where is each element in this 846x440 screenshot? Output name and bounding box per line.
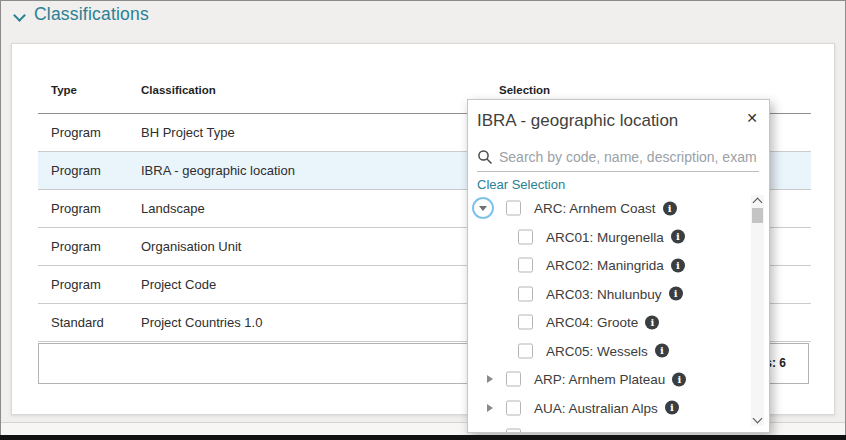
- column-header-selection: Selection: [499, 84, 550, 96]
- column-header-type: Type: [51, 84, 77, 96]
- checkbox-partial[interactable]: [506, 429, 521, 433]
- tree-item-arc01[interactable]: ARC01: Murgenellai: [468, 223, 747, 252]
- checkbox-arc01[interactable]: [518, 229, 533, 244]
- cell-classification: BH Project Type: [141, 114, 235, 151]
- cell-type: Program: [51, 266, 101, 303]
- column-header-classification: Classification: [141, 84, 216, 96]
- info-icon[interactable]: i: [665, 401, 679, 415]
- checkbox-arc03[interactable]: [518, 286, 533, 301]
- tree-item-label: ARC03: Nhulunbuy: [546, 286, 662, 301]
- cell-type: Program: [51, 114, 101, 151]
- info-icon[interactable]: i: [671, 258, 685, 272]
- checkbox-arp[interactable]: [506, 372, 521, 387]
- tree-item-arc02[interactable]: ARC02: Maningridai: [468, 251, 747, 280]
- scrollbar[interactable]: [751, 195, 764, 426]
- info-icon[interactable]: i: [672, 372, 686, 386]
- ibra-selection-popup: IBRA - geographic location ✕ Clear Selec…: [467, 99, 770, 433]
- scrollbar-thumb[interactable]: [752, 208, 763, 223]
- search-input[interactable]: [499, 147, 757, 167]
- cell-type: Standard: [51, 304, 104, 341]
- checkbox-arc04[interactable]: [518, 315, 533, 330]
- info-icon[interactable]: i: [669, 287, 683, 301]
- section-header: Classifications: [0, 0, 846, 34]
- cell-type: Program: [51, 190, 101, 227]
- tree-item-aua[interactable]: AUA: Australian Alpsi: [468, 394, 747, 423]
- tree-item-arc[interactable]: ARC: Arnhem Coasti: [468, 194, 747, 223]
- info-icon[interactable]: i: [645, 315, 659, 329]
- info-icon[interactable]: i: [663, 201, 677, 215]
- classifications-screen: Classifications Type Classification Sele…: [0, 0, 846, 440]
- classification-tree: ARC: Arnhem Coasti ARC01: Murgenellai AR…: [468, 194, 747, 433]
- scroll-down-icon[interactable]: [753, 414, 763, 424]
- close-icon[interactable]: ✕: [746, 111, 758, 125]
- tree-item-arc05[interactable]: ARC05: Wesselsi: [468, 337, 747, 366]
- cell-classification: Project Countries 1.0: [141, 304, 262, 341]
- info-icon[interactable]: i: [671, 230, 685, 244]
- tree-item-label: ARC: Arnhem Coast: [534, 201, 656, 216]
- cell-classification: IBRA - geographic location: [141, 152, 295, 189]
- tree-item-arc04[interactable]: ARC04: Grootei: [468, 308, 747, 337]
- search-icon: [477, 149, 493, 165]
- page-title[interactable]: Classifications: [34, 4, 149, 25]
- cell-classification: Project Code: [141, 266, 216, 303]
- tree-item-label: ARP: Arnhem Plateau: [534, 372, 665, 387]
- popup-title: IBRA - geographic location: [477, 111, 678, 131]
- tree-item-partial[interactable]: [468, 422, 747, 433]
- search-bar: [477, 144, 759, 172]
- window-bottom-edge: [0, 435, 846, 440]
- cell-classification: Organisation Unit: [141, 228, 241, 265]
- expand-caret-icon[interactable]: [487, 404, 493, 412]
- cell-type: Program: [51, 152, 101, 189]
- scroll-up-icon[interactable]: [753, 198, 763, 208]
- expand-caret-icon[interactable]: [487, 375, 493, 383]
- tree-item-label: AUA: Australian Alps: [534, 400, 658, 415]
- checkbox-arc05[interactable]: [518, 343, 533, 358]
- chevron-down-icon: [479, 206, 487, 211]
- cell-type: Program: [51, 228, 101, 265]
- tree-item-label: ARC01: Murgenella: [546, 229, 664, 244]
- checkbox-arc[interactable]: [506, 201, 521, 216]
- checkbox-aua[interactable]: [506, 400, 521, 415]
- collapse-section-icon[interactable]: [13, 9, 26, 22]
- tree-item-arp[interactable]: ARP: Arnhem Plateaui: [468, 365, 747, 394]
- tree-item-label: ARC04: Groote: [546, 315, 638, 330]
- checkbox-arc02[interactable]: [518, 258, 533, 273]
- clear-selection-link[interactable]: Clear Selection: [477, 177, 565, 192]
- tree-item-label: ARC02: Maningrida: [546, 258, 664, 273]
- collapse-toggle-icon[interactable]: [472, 197, 494, 219]
- tree-item-label: ARC05: Wessels: [546, 343, 648, 358]
- cell-classification: Landscape: [141, 190, 205, 227]
- tree-item-arc03[interactable]: ARC03: Nhulunbuyi: [468, 280, 747, 309]
- info-icon[interactable]: i: [655, 344, 669, 358]
